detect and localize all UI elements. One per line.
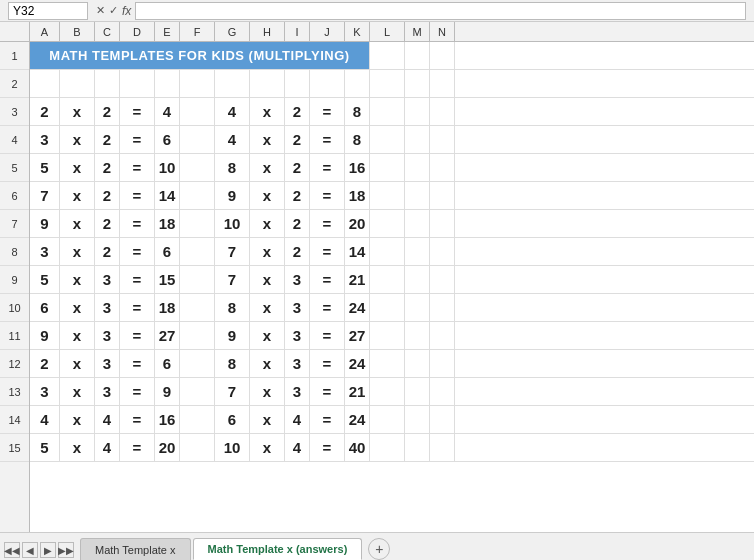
data-cell[interactable]: = bbox=[310, 350, 345, 377]
data-cell[interactable] bbox=[180, 126, 215, 153]
formula-input[interactable] bbox=[135, 2, 746, 20]
data-cell[interactable]: x bbox=[250, 378, 285, 405]
data-cell[interactable] bbox=[405, 294, 430, 321]
data-cell[interactable] bbox=[430, 294, 455, 321]
data-cell[interactable]: x bbox=[60, 182, 95, 209]
data-cell[interactable]: 2 bbox=[30, 350, 60, 377]
data-cell[interactable] bbox=[430, 126, 455, 153]
data-cell[interactable] bbox=[370, 322, 405, 349]
data-cell[interactable]: 24 bbox=[345, 406, 370, 433]
data-cell[interactable] bbox=[180, 434, 215, 461]
data-cell[interactable]: x bbox=[250, 154, 285, 181]
data-cell[interactable] bbox=[370, 406, 405, 433]
tab-nav-last[interactable]: ▶▶ bbox=[58, 542, 74, 558]
data-cell[interactable]: x bbox=[250, 294, 285, 321]
tab-nav-first[interactable]: ◀◀ bbox=[4, 542, 20, 558]
data-cell[interactable] bbox=[405, 378, 430, 405]
data-cell[interactable]: = bbox=[120, 182, 155, 209]
data-cell[interactable]: 2 bbox=[30, 98, 60, 125]
data-cell[interactable]: = bbox=[120, 434, 155, 461]
data-cell[interactable] bbox=[405, 182, 430, 209]
data-cell[interactable]: 16 bbox=[345, 154, 370, 181]
data-cell[interactable] bbox=[430, 322, 455, 349]
data-cell[interactable]: 9 bbox=[215, 322, 250, 349]
data-cell[interactable] bbox=[180, 406, 215, 433]
data-cell[interactable]: 24 bbox=[345, 294, 370, 321]
data-cell[interactable] bbox=[405, 266, 430, 293]
data-cell[interactable]: 3 bbox=[95, 266, 120, 293]
data-cell[interactable]: 3 bbox=[285, 378, 310, 405]
data-cell[interactable] bbox=[430, 350, 455, 377]
data-cell[interactable]: 8 bbox=[215, 154, 250, 181]
add-sheet-button[interactable]: + bbox=[368, 538, 390, 560]
data-cell[interactable] bbox=[430, 154, 455, 181]
tab-nav-next[interactable]: ▶ bbox=[40, 542, 56, 558]
data-cell[interactable]: 8 bbox=[345, 98, 370, 125]
data-cell[interactable]: 3 bbox=[30, 126, 60, 153]
data-cell[interactable]: 2 bbox=[95, 238, 120, 265]
data-cell[interactable]: 9 bbox=[30, 210, 60, 237]
data-cell[interactable]: x bbox=[60, 322, 95, 349]
data-cell[interactable]: 5 bbox=[30, 154, 60, 181]
data-cell[interactable]: x bbox=[60, 126, 95, 153]
data-cell[interactable]: 8 bbox=[215, 294, 250, 321]
fx-icon[interactable]: fx bbox=[122, 4, 131, 18]
data-cell[interactable] bbox=[370, 350, 405, 377]
data-cell[interactable]: 8 bbox=[215, 350, 250, 377]
data-cell[interactable] bbox=[430, 98, 455, 125]
data-cell[interactable]: 3 bbox=[95, 294, 120, 321]
data-cell[interactable]: x bbox=[60, 98, 95, 125]
data-cell[interactable] bbox=[405, 98, 430, 125]
data-cell[interactable]: x bbox=[60, 434, 95, 461]
data-cell[interactable]: = bbox=[310, 406, 345, 433]
data-cell[interactable] bbox=[405, 126, 430, 153]
data-cell[interactable] bbox=[430, 406, 455, 433]
data-cell[interactable]: = bbox=[310, 238, 345, 265]
data-cell[interactable]: 4 bbox=[155, 98, 180, 125]
data-cell[interactable] bbox=[405, 210, 430, 237]
data-cell[interactable]: 16 bbox=[155, 406, 180, 433]
data-cell[interactable]: x bbox=[250, 98, 285, 125]
data-cell[interactable]: 18 bbox=[345, 182, 370, 209]
data-cell[interactable]: 20 bbox=[155, 434, 180, 461]
sheet-tab-1[interactable]: Math Template x (answers) bbox=[193, 538, 363, 560]
data-cell[interactable]: x bbox=[250, 406, 285, 433]
data-cell[interactable]: 4 bbox=[95, 406, 120, 433]
data-cell[interactable]: x bbox=[250, 322, 285, 349]
data-cell[interactable]: 6 bbox=[30, 294, 60, 321]
data-cell[interactable]: 40 bbox=[345, 434, 370, 461]
data-cell[interactable]: = bbox=[120, 294, 155, 321]
data-cell[interactable] bbox=[180, 266, 215, 293]
data-cell[interactable] bbox=[370, 154, 405, 181]
data-cell[interactable]: = bbox=[310, 182, 345, 209]
data-cell[interactable] bbox=[180, 378, 215, 405]
data-cell[interactable]: 7 bbox=[215, 238, 250, 265]
data-cell[interactable]: 2 bbox=[285, 238, 310, 265]
data-cell[interactable] bbox=[370, 294, 405, 321]
confirm-icon[interactable]: ✓ bbox=[109, 4, 118, 17]
data-cell[interactable]: 8 bbox=[345, 126, 370, 153]
data-cell[interactable]: 2 bbox=[285, 126, 310, 153]
data-cell[interactable]: 10 bbox=[215, 210, 250, 237]
data-cell[interactable]: 3 bbox=[95, 378, 120, 405]
data-cell[interactable]: 4 bbox=[95, 434, 120, 461]
data-cell[interactable]: 21 bbox=[345, 378, 370, 405]
data-cell[interactable]: = bbox=[120, 210, 155, 237]
data-cell[interactable]: 15 bbox=[155, 266, 180, 293]
data-cell[interactable]: 3 bbox=[30, 378, 60, 405]
data-cell[interactable]: = bbox=[120, 406, 155, 433]
data-cell[interactable]: = bbox=[120, 126, 155, 153]
data-cell[interactable]: = bbox=[120, 266, 155, 293]
data-cell[interactable] bbox=[405, 322, 430, 349]
data-cell[interactable] bbox=[370, 266, 405, 293]
data-cell[interactable]: = bbox=[120, 350, 155, 377]
data-cell[interactable]: x bbox=[250, 238, 285, 265]
data-cell[interactable]: = bbox=[310, 434, 345, 461]
name-box[interactable] bbox=[8, 2, 88, 20]
data-cell[interactable]: x bbox=[60, 378, 95, 405]
data-cell[interactable]: 7 bbox=[215, 266, 250, 293]
data-cell[interactable] bbox=[430, 378, 455, 405]
data-cell[interactable] bbox=[180, 182, 215, 209]
data-cell[interactable]: 9 bbox=[215, 182, 250, 209]
data-cell[interactable] bbox=[180, 294, 215, 321]
